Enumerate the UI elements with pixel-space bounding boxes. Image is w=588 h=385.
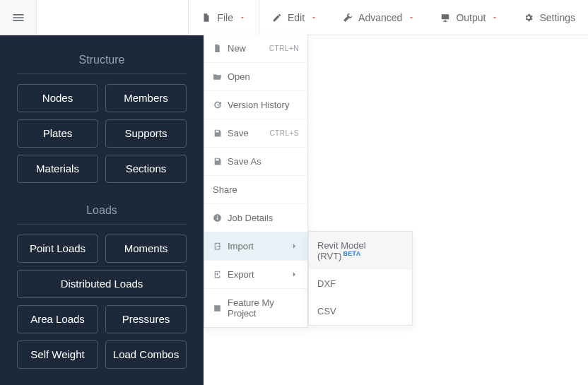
load-combos-button[interactable]: Load Combos: [105, 340, 187, 369]
menu-advanced[interactable]: Advanced: [330, 0, 428, 35]
area-loads-button[interactable]: Area Loads: [17, 305, 98, 333]
structure-buttons: Nodes Members Plates Supports Materials …: [17, 84, 187, 183]
desktop-icon: [440, 13, 450, 23]
save-icon: [213, 157, 222, 166]
pencil-icon: [272, 13, 282, 23]
import-revit[interactable]: Revit Model (RVT)BETA: [309, 232, 412, 270]
beta-badge: BETA: [343, 250, 360, 257]
members-button[interactable]: Members: [105, 84, 187, 112]
file-import[interactable]: Import: [204, 232, 307, 261]
menu-edit[interactable]: Edit: [259, 0, 330, 35]
import-csv[interactable]: CSV: [309, 297, 412, 325]
folder-open-icon: [213, 72, 222, 81]
self-weight-button[interactable]: Self Weight: [17, 340, 98, 369]
nodes-button[interactable]: Nodes: [17, 84, 98, 112]
menu-file-label: File: [217, 12, 233, 23]
file-open[interactable]: Open: [204, 63, 307, 91]
file-save-as[interactable]: Save As: [204, 148, 307, 176]
hamburger-icon: [11, 11, 25, 25]
moments-button[interactable]: Moments: [105, 235, 187, 263]
supports-button[interactable]: Supports: [105, 119, 187, 148]
menu-settings[interactable]: Settings: [511, 0, 588, 35]
file-job-details[interactable]: Job Details: [204, 204, 307, 232]
pressures-button[interactable]: Pressures: [105, 305, 187, 333]
topbar: File Edit Advanced Output Settings: [0, 0, 588, 35]
import-dxf[interactable]: DXF: [309, 270, 412, 297]
top-nav: File Edit Advanced Output Settings: [188, 0, 588, 35]
file-icon: [213, 44, 222, 53]
shortcut-label: CTRL+N: [269, 45, 299, 52]
chevron-down-icon: [491, 14, 498, 21]
menu-settings-label: Settings: [539, 12, 575, 23]
import-submenu: Revit Model (RVT)BETA DXF CSV: [308, 231, 413, 326]
file-version-history[interactable]: Version History: [204, 91, 307, 119]
point-loads-button[interactable]: Point Loads: [17, 235, 98, 263]
plates-button[interactable]: Plates: [17, 119, 98, 148]
menu-advanced-label: Advanced: [358, 12, 402, 23]
distributed-loads-button[interactable]: Distributed Loads: [17, 270, 187, 298]
chevron-right-icon: [290, 270, 299, 279]
loads-buttons: Point Loads Moments Distributed Loads Ar…: [17, 235, 187, 369]
menu-edit-label: Edit: [288, 12, 305, 23]
gear-icon: [524, 13, 534, 23]
import-icon: [213, 242, 222, 251]
file-dropdown: New CTRL+N Open Version History Save CTR…: [204, 35, 308, 328]
hamburger-menu-button[interactable]: [0, 0, 37, 35]
file-feature-project[interactable]: Feature My Project: [204, 289, 307, 327]
save-icon: [213, 129, 222, 138]
history-icon: [213, 100, 222, 109]
menu-output-label: Output: [456, 12, 486, 23]
file-save[interactable]: Save CTRL+S: [204, 119, 307, 148]
file-new[interactable]: New CTRL+N: [204, 35, 307, 63]
section-title-structure: Structure: [17, 49, 187, 74]
info-icon: [213, 213, 222, 223]
chevron-right-icon: [290, 242, 299, 251]
sections-button[interactable]: Sections: [105, 155, 187, 183]
wrench-icon: [343, 13, 353, 23]
file-icon: [201, 13, 211, 23]
chevron-down-icon: [239, 14, 246, 21]
chevron-down-icon: [310, 14, 317, 21]
chevron-down-icon: [408, 14, 415, 21]
shortcut-label: CTRL+S: [269, 129, 299, 137]
materials-button[interactable]: Materials: [17, 155, 98, 183]
menu-output[interactable]: Output: [428, 0, 511, 35]
file-share[interactable]: Share: [204, 176, 307, 204]
section-title-loads: Loads: [17, 200, 187, 225]
image-icon: [213, 304, 222, 313]
menu-file[interactable]: File: [188, 0, 259, 35]
export-icon: [213, 270, 222, 279]
sidebar: Structure Nodes Members Plates Supports …: [0, 35, 204, 385]
file-export[interactable]: Export: [204, 261, 307, 289]
